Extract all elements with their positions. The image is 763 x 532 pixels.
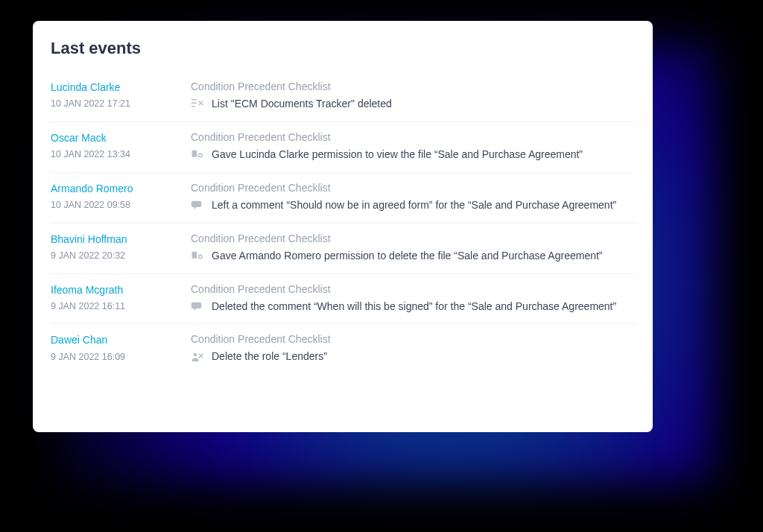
file-permission-icon (191, 250, 204, 262)
svg-point-9 (194, 353, 197, 357)
event-user-link[interactable]: Bhavini Hoffman (51, 232, 185, 246)
comment-icon (191, 199, 204, 211)
event-row: Dawei Chan 9 JAN 2022 16:09 Condition Pr… (51, 324, 635, 374)
event-detail: Left a comment “Should now be in agreed … (212, 198, 616, 212)
event-detail: Delete the role “Lenders” (212, 349, 327, 364)
event-row: Ifeoma Mcgrath 9 JAN 2022 16:11 Conditio… (51, 274, 635, 325)
event-category: Condition Precedent Checklist (191, 232, 635, 244)
card-title: Last events (51, 39, 635, 58)
comment-icon (191, 300, 204, 312)
event-user-link[interactable]: Dawei Chan (51, 333, 185, 346)
svg-rect-6 (192, 252, 197, 259)
svg-point-5 (199, 154, 201, 156)
event-row: Oscar Mack 10 JAN 2022 13:34 Condition P… (51, 122, 635, 173)
event-user-link[interactable]: Ifeoma Mcgrath (51, 283, 185, 297)
event-user-link[interactable]: Lucinda Clarke (51, 80, 185, 94)
event-timestamp: 9 JAN 2022 20:32 (51, 250, 185, 261)
events-list: Lucinda Clarke 10 JAN 2022 17:21 Conditi… (51, 72, 635, 374)
event-category: Condition Precedent Checklist (191, 182, 635, 194)
svg-point-8 (199, 256, 201, 258)
event-row: Armando Romero 10 JAN 2022 09:58 Conditi… (51, 173, 635, 224)
event-category: Condition Precedent Checklist (191, 333, 635, 345)
event-detail: Deleted the comment “When will this be s… (212, 300, 616, 314)
svg-rect-2 (191, 106, 195, 107)
event-row: Bhavini Hoffman 9 JAN 2022 20:32 Conditi… (51, 224, 635, 274)
event-row: Lucinda Clarke 10 JAN 2022 17:21 Conditi… (51, 72, 635, 122)
event-category: Condition Precedent Checklist (191, 131, 635, 143)
event-user-link[interactable]: Oscar Mack (51, 131, 185, 145)
svg-rect-1 (191, 103, 197, 104)
svg-rect-0 (191, 99, 197, 101)
event-timestamp: 10 JAN 2022 17:21 (51, 98, 185, 109)
event-category: Condition Precedent Checklist (191, 80, 635, 92)
event-timestamp: 9 JAN 2022 16:09 (51, 352, 185, 362)
event-timestamp: 10 JAN 2022 09:58 (51, 200, 185, 210)
event-category: Condition Precedent Checklist (191, 283, 635, 295)
last-events-card: Last events Lucinda Clarke 10 JAN 2022 1… (33, 21, 653, 432)
svg-rect-3 (192, 151, 197, 157)
event-timestamp: 9 JAN 2022 16:11 (51, 301, 185, 311)
file-permission-icon (191, 148, 204, 160)
event-user-link[interactable]: Armando Romero (51, 182, 185, 195)
list-delete-icon (191, 98, 204, 110)
event-detail: Gave Armando Romero permission to delete… (212, 249, 603, 263)
event-timestamp: 10 JAN 2022 13:34 (51, 149, 185, 159)
event-detail: List "ECM Documents Tracker" deleted (212, 97, 392, 111)
event-detail: Gave Lucinda Clarke permission to view t… (212, 148, 583, 162)
role-delete-icon (191, 351, 204, 363)
